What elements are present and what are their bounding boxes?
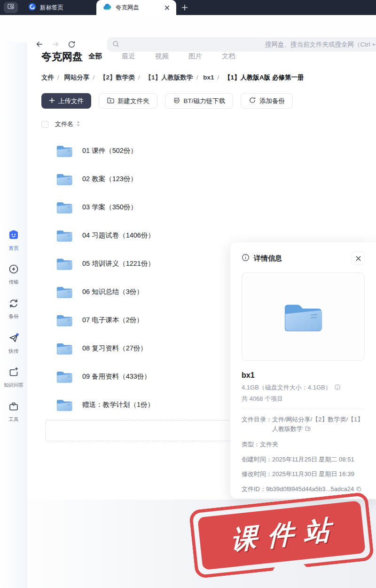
tab-search-button[interactable] bbox=[4, 2, 18, 13]
add-backup-button[interactable]: 添加备份 bbox=[241, 93, 293, 109]
file-name: 08 复习资料（27份） bbox=[82, 344, 147, 353]
new-folder-icon bbox=[107, 96, 114, 105]
folder-icon bbox=[55, 172, 73, 186]
folder-icon bbox=[55, 143, 73, 158]
close-details-button[interactable] bbox=[352, 252, 365, 265]
browser-tab-bar: 新标签页 夸克网盘 bbox=[0, 0, 376, 15]
breadcrumb-separator: / bbox=[217, 74, 219, 81]
browser-tab-quark-drive[interactable]: 夸克网盘 bbox=[96, 0, 176, 15]
tab-label: 夸克网盘 bbox=[116, 4, 139, 12]
details-title: 详情信息 bbox=[254, 254, 282, 263]
tab-all[interactable]: 全部 bbox=[88, 52, 102, 61]
button-label: BT/磁力链下载 bbox=[184, 97, 226, 105]
breadcrumb-item[interactable]: bx1 bbox=[203, 74, 214, 81]
file-name: 06 知识总结（3份） bbox=[82, 287, 143, 296]
field-label: 修改时间： bbox=[242, 469, 272, 479]
folder-icon bbox=[55, 369, 73, 384]
file-row[interactable]: 01 课件（502份） bbox=[27, 136, 376, 165]
upload-file-button[interactable]: 上传文件 bbox=[41, 93, 91, 109]
breadcrumb-item[interactable]: 文件 bbox=[41, 74, 54, 81]
open-folder-link-icon[interactable] bbox=[305, 425, 311, 435]
details-panel: 详情信息 bx1 4.1GB（磁盘文件大小：4.1GB） 共 4068 个项目 … bbox=[230, 242, 376, 499]
sidebar-item-home[interactable]: 首页 bbox=[0, 223, 27, 257]
file-name: 09 备用资料（433份） bbox=[82, 372, 151, 381]
tab-image[interactable]: 图片 bbox=[188, 52, 202, 61]
folder-icon bbox=[55, 397, 73, 412]
breadcrumb-separator: / bbox=[138, 74, 140, 81]
column-filename: 文件名 bbox=[55, 120, 73, 128]
file-name: 07 电子课本（2份） bbox=[82, 316, 143, 325]
details-file-name: bx1 bbox=[242, 371, 365, 380]
filter-tabs: 全部 最近 视频 图片 文档 bbox=[88, 52, 235, 61]
file-row[interactable]: 02 教案（123份） bbox=[27, 165, 376, 193]
tab-recent[interactable]: 最近 bbox=[122, 52, 135, 61]
size-info-icon[interactable] bbox=[334, 384, 341, 392]
sidebar-item-quick-send[interactable]: 快传 bbox=[0, 326, 27, 360]
new-tab-button[interactable] bbox=[179, 2, 191, 13]
breadcrumb-separator: / bbox=[196, 74, 198, 81]
button-label: 添加备份 bbox=[259, 97, 285, 105]
bt-magnet-download-button[interactable]: BT BT/磁力链下载 bbox=[165, 93, 234, 109]
details-modified-row: 修改时间： 2025年11月30日 星期日 16:39 bbox=[242, 469, 365, 479]
paper-plane-icon bbox=[8, 332, 20, 346]
button-label: 上传文件 bbox=[58, 97, 84, 105]
sidebar-item-tools[interactable]: 工具 bbox=[0, 395, 27, 429]
stamp-text: 课件站 bbox=[223, 511, 341, 560]
button-label: 新建文件夹 bbox=[118, 97, 149, 105]
details-directory[interactable]: 文件/网站分享/【2】数学类/【1】人教版数学 bbox=[272, 416, 363, 432]
file-name: 02 教案（123份） bbox=[82, 175, 137, 183]
file-name: 05 培训讲义（1221份） bbox=[82, 259, 155, 268]
sort-icon[interactable] bbox=[76, 121, 80, 128]
folder-preview bbox=[242, 272, 365, 361]
svg-text:BT: BT bbox=[175, 99, 179, 102]
sidebar-label: 工具 bbox=[9, 416, 19, 423]
details-modified: 2025年11月30日 星期日 16:39 bbox=[272, 469, 354, 479]
sidebar-label: 首页 bbox=[9, 245, 19, 252]
browser-tab-newtab[interactable]: 新标签页 bbox=[22, 0, 95, 15]
folder-icon bbox=[55, 256, 73, 271]
tab-document[interactable]: 文档 bbox=[222, 52, 235, 61]
watermark-stamp: 课件站 bbox=[197, 501, 366, 570]
tab-search-icon bbox=[7, 3, 15, 12]
plus-icon bbox=[49, 97, 55, 105]
new-folder-button[interactable]: 新建文件夹 bbox=[99, 93, 157, 109]
details-directory-row: 文件目录： 文件/网站分享/【2】数学类/【1】人教版数学 bbox=[242, 415, 365, 434]
breadcrumb-item[interactable]: 网站分享 bbox=[64, 74, 90, 81]
details-fileid-row: 文件ID： 9b39d0f8945d44a5b3...5adca24 bbox=[242, 485, 365, 495]
sidebar-item-backup[interactable]: 备份 bbox=[0, 292, 27, 326]
file-name: 03 学案（350份） bbox=[82, 203, 137, 212]
sidebar-item-knowledge-qa[interactable]: 知识问答 bbox=[0, 360, 27, 395]
field-label: 类型： bbox=[242, 440, 260, 449]
file-name: 04 习题试卷（1406份） bbox=[82, 231, 155, 240]
details-created: 2025年11月25日 星期二 08:51 bbox=[272, 455, 354, 464]
quark-drive-cloud-icon bbox=[103, 3, 112, 12]
info-icon bbox=[242, 254, 250, 263]
browser-toolbar: 搜网盘、搜当前文件夹或搜全网（Ctrl + F） bbox=[0, 15, 376, 42]
breadcrumb-item[interactable]: 【2】数学类 bbox=[100, 74, 135, 81]
file-name: 赠送：教学计划（1份） bbox=[82, 400, 154, 409]
field-label: 文件目录： bbox=[242, 415, 272, 434]
sidebar-item-transfer[interactable]: 传输 bbox=[0, 257, 27, 292]
folder-icon-large bbox=[282, 299, 325, 334]
sidebar-label: 快传 bbox=[9, 348, 19, 355]
details-size: 4.1GB（磁盘文件大小：4.1GB） bbox=[242, 383, 331, 392]
file-list-header: 文件名 bbox=[41, 120, 80, 128]
transfer-icon bbox=[8, 263, 19, 277]
folder-icon bbox=[55, 341, 73, 356]
tab-close-icon[interactable] bbox=[163, 4, 171, 11]
breadcrumb-separator: / bbox=[57, 74, 59, 81]
breadcrumb-separator: / bbox=[93, 74, 95, 81]
backup-circle-icon bbox=[249, 96, 256, 105]
tab-video[interactable]: 视频 bbox=[155, 52, 169, 61]
sidebar-label: 备份 bbox=[9, 313, 19, 320]
sidebar-label: 知识问答 bbox=[4, 382, 24, 389]
select-all-checkbox[interactable] bbox=[41, 121, 48, 128]
backup-sync-icon bbox=[8, 298, 19, 311]
breadcrumb-item[interactable]: 【1】人教版数学 bbox=[145, 74, 193, 81]
folder-icon bbox=[55, 313, 73, 327]
knowledge-qa-icon bbox=[8, 366, 19, 380]
details-created-row: 创建时间： 2025年11月25日 星期二 08:51 bbox=[242, 455, 365, 464]
file-row[interactable]: 03 学案（350份） bbox=[27, 193, 376, 221]
page-title: 夸克网盘 bbox=[41, 50, 83, 64]
folder-icon bbox=[55, 200, 73, 215]
